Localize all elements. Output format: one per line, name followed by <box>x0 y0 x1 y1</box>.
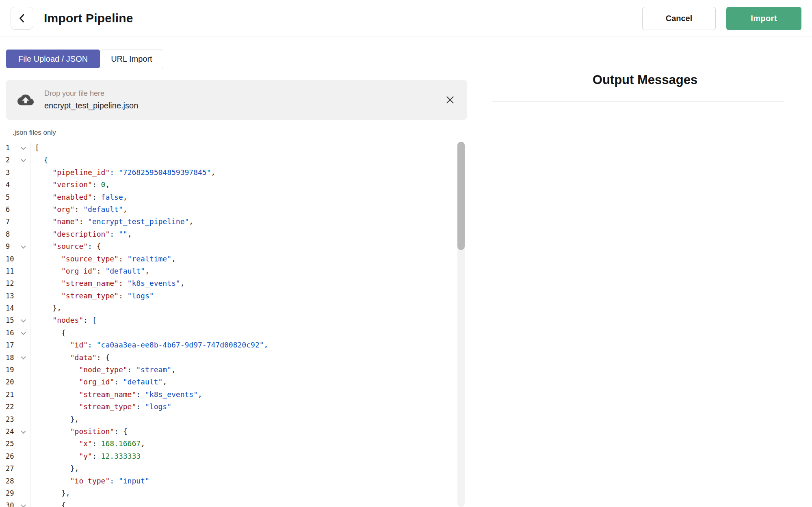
code-text: "data": { <box>31 352 110 364</box>
chevron-down-icon[interactable] <box>21 354 26 360</box>
chevron-left-icon <box>16 12 28 24</box>
line-number: 30 <box>6 499 19 507</box>
code-text: [ <box>31 142 39 154</box>
code-text: "io_type": "input" <box>31 475 149 487</box>
code-editor-lines: 1[2 {3 "pipeline_id": "72682595048593978… <box>0 142 467 507</box>
code-line[interactable]: 1[ <box>0 142 467 154</box>
chevron-down-icon[interactable] <box>21 428 26 434</box>
line-number: 14 <box>6 302 19 314</box>
output-panel: Output Messages <box>478 37 812 507</box>
editor-gutter: 19 <box>0 364 31 376</box>
editor-gutter: 3 <box>0 166 31 179</box>
code-text: "y": 12.333333 <box>31 450 141 462</box>
code-line[interactable]: 17 "id": "ca0aa3ea-ee8b-4b67-9d97-747d00… <box>0 339 467 351</box>
chevron-down-icon[interactable] <box>21 317 26 323</box>
code-line[interactable]: 23 }, <box>0 413 467 425</box>
chevron-down-icon[interactable] <box>21 145 26 150</box>
code-line[interactable]: 16 { <box>0 327 467 339</box>
code-line[interactable]: 6 "org": "default", <box>0 203 467 216</box>
line-number: 17 <box>6 339 19 351</box>
code-line[interactable]: 14 }, <box>0 302 467 314</box>
code-line[interactable]: 24 "position": { <box>0 425 467 438</box>
code-line[interactable]: 7 "name": "encrypt_test_pipeline", <box>0 216 467 228</box>
code-text: "stream_name": "k8s_events", <box>31 277 185 289</box>
import-panel: File Upload / JSON URL Import Drop your … <box>0 37 478 507</box>
line-number: 12 <box>6 277 19 289</box>
code-line[interactable]: 26 "y": 12.333333 <box>0 450 467 462</box>
editor-gutter: 6 <box>0 203 31 216</box>
line-number: 2 <box>6 154 19 166</box>
code-text: "position": { <box>31 425 128 438</box>
line-number: 1 <box>6 142 19 154</box>
code-text: { <box>31 327 66 339</box>
chevron-down-icon[interactable] <box>21 330 26 335</box>
code-line[interactable]: 10 "source_type": "realtime", <box>0 253 467 265</box>
header: Import Pipeline Cancel Import <box>0 0 812 37</box>
code-line[interactable]: 9 "source": { <box>0 240 467 252</box>
code-line[interactable]: 30 { <box>0 499 467 507</box>
line-number: 5 <box>6 191 19 203</box>
editor-gutter: 27 <box>0 462 31 475</box>
editor-gutter: 20 <box>0 376 31 388</box>
import-button[interactable]: Import <box>726 7 801 30</box>
code-line[interactable]: 12 "stream_name": "k8s_events", <box>0 277 467 289</box>
code-text: { <box>31 154 48 166</box>
line-number: 3 <box>6 166 19 179</box>
chevron-down-icon[interactable] <box>21 503 26 507</box>
code-text: "id": "ca0aa3ea-ee8b-4b67-9d97-747d00820… <box>31 339 268 351</box>
code-line[interactable]: 21 "stream_name": "k8s_events", <box>0 388 467 401</box>
code-line[interactable]: 18 "data": { <box>0 352 467 364</box>
code-line[interactable]: 4 "version": 0, <box>0 179 467 191</box>
file-dropzone[interactable]: Drop your file here encrypt_test_pipelin… <box>6 80 467 120</box>
code-text: }, <box>31 462 79 475</box>
code-text: "stream_type": "logs" <box>31 401 171 413</box>
editor-gutter: 12 <box>0 277 31 289</box>
chevron-down-icon[interactable] <box>21 157 26 162</box>
code-text: "node_type": "stream", <box>31 364 176 376</box>
tab-url-import[interactable]: URL Import <box>100 50 163 68</box>
editor-gutter: 5 <box>0 191 31 203</box>
json-code-editor[interactable]: 1[2 {3 "pipeline_id": "72682595048593978… <box>0 142 467 507</box>
editor-gutter: 1 <box>0 142 31 154</box>
tab-file-upload-json[interactable]: File Upload / JSON <box>6 50 100 68</box>
line-number: 11 <box>6 265 19 277</box>
code-line[interactable]: 19 "node_type": "stream", <box>0 364 467 376</box>
editor-gutter: 2 <box>0 154 31 166</box>
editor-scrollbar-thumb[interactable] <box>457 142 465 250</box>
dropzone-texts: Drop your file here encrypt_test_pipelin… <box>44 89 138 110</box>
chevron-down-icon[interactable] <box>21 244 26 249</box>
code-text: { <box>31 499 66 507</box>
code-line[interactable]: 28 "io_type": "input" <box>0 475 467 487</box>
code-line[interactable]: 5 "enabled": false, <box>0 191 467 203</box>
editor-gutter: 9 <box>0 240 31 252</box>
code-text: "version": 0, <box>31 179 110 191</box>
code-line[interactable]: 2 { <box>0 154 467 166</box>
cloud-upload-icon <box>17 92 34 108</box>
code-text: "pipeline_id": "7268259504859397845", <box>31 166 215 179</box>
output-panel-divider <box>492 101 784 102</box>
editor-gutter: 11 <box>0 265 31 277</box>
remove-file-button[interactable] <box>443 93 457 107</box>
editor-gutter: 13 <box>0 290 31 302</box>
code-text: "source_type": "realtime", <box>31 253 176 265</box>
code-line[interactable]: 20 "org_id": "default", <box>0 376 467 388</box>
code-line[interactable]: 11 "org_id": "default", <box>0 265 467 277</box>
code-line[interactable]: 13 "stream_type": "logs" <box>0 290 467 302</box>
editor-scrollbar-track[interactable] <box>457 142 465 507</box>
code-line[interactable]: 15 "nodes": [ <box>0 314 467 326</box>
code-line[interactable]: 22 "stream_type": "logs" <box>0 401 467 413</box>
code-line[interactable]: 25 "x": 168.16667, <box>0 438 467 450</box>
line-number: 21 <box>6 388 19 401</box>
code-text: "source": { <box>31 240 101 252</box>
code-text: }, <box>31 302 61 314</box>
line-number: 28 <box>6 475 19 487</box>
code-line[interactable]: 8 "description": "", <box>0 228 467 240</box>
code-line[interactable]: 27 }, <box>0 462 467 475</box>
editor-gutter: 10 <box>0 253 31 265</box>
code-text: "org": "default", <box>31 203 128 216</box>
back-button[interactable] <box>11 7 33 30</box>
code-line[interactable]: 3 "pipeline_id": "7268259504859397845", <box>0 166 467 179</box>
dropzone-filename: encrypt_test_pipeline.json <box>44 101 138 110</box>
cancel-button[interactable]: Cancel <box>642 7 716 30</box>
code-line[interactable]: 29 }, <box>0 487 467 499</box>
